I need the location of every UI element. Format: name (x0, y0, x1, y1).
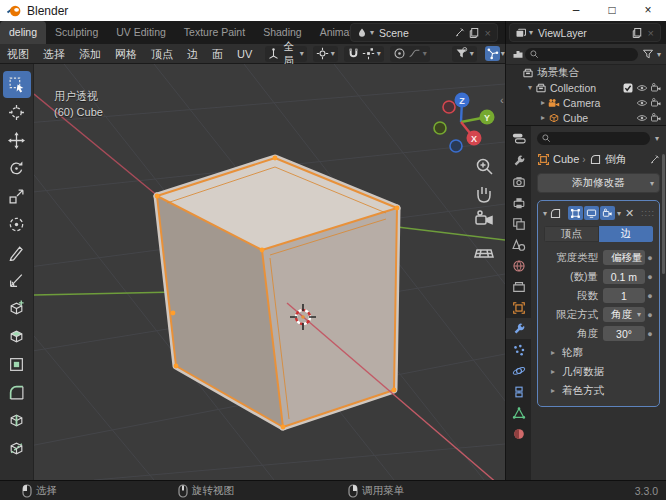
viewport-menu-7[interactable]: UV (230, 44, 259, 64)
viewport-menu-1[interactable]: 选择 (36, 44, 72, 64)
gizmo-toggle-icon[interactable] (485, 46, 500, 61)
value-field[interactable]: 30° (603, 326, 645, 341)
camera-toggle-icon[interactable] (650, 97, 662, 109)
tool-inset-faces[interactable] (3, 351, 31, 378)
render-toggle[interactable] (600, 206, 615, 220)
animate-dot-icon[interactable]: ● (645, 329, 655, 339)
cube-object[interactable] (155, 156, 400, 430)
realtime-toggle[interactable] (584, 206, 599, 220)
snap-controls[interactable]: ▾ (344, 46, 384, 62)
properties-search-input[interactable] (537, 132, 650, 145)
value-field[interactable]: 1 (603, 288, 645, 303)
properties-tab-output[interactable] (506, 192, 531, 213)
editor-type-icon[interactable] (510, 47, 525, 62)
proportional-edit-controls[interactable]: ▾ (390, 46, 430, 62)
properties-tab-modifiers[interactable] (506, 318, 531, 339)
pin-icon[interactable] (452, 25, 467, 40)
pan-hand-icon[interactable] (478, 187, 490, 202)
viewport-menu-4[interactable]: 顶点 (144, 44, 180, 64)
outliner-row-场景集合[interactable]: 场景集合 (506, 65, 666, 80)
workspace-tab-uv-editing[interactable]: UV Editing (107, 21, 175, 44)
add-modifier-button[interactable]: 添加修改器 ▾ (537, 173, 660, 193)
animate-dot-icon[interactable]: ● (645, 291, 655, 301)
extras-menu-icon[interactable]: ▾ (616, 209, 622, 218)
affect-vertices-button[interactable]: 顶点 (544, 226, 599, 242)
orientation-dropdown[interactable]: 全局 ▾ (265, 46, 307, 62)
camera-toggle-icon[interactable] (650, 112, 662, 124)
scrollbar[interactable] (662, 154, 665, 274)
tool-add-cube[interactable] (3, 295, 31, 322)
pin-icon[interactable] (649, 154, 660, 165)
animate-dot-icon[interactable]: ● (645, 272, 655, 282)
delete-modifier-icon[interactable]: ✕ (625, 207, 634, 220)
outliner-row-camera[interactable]: ▸Camera (506, 95, 666, 110)
tool-rotate[interactable] (3, 155, 31, 182)
workspace-tab-deling[interactable]: deling (0, 21, 46, 44)
expander-icon[interactable]: ▸ (538, 113, 548, 122)
visibility-filter-dropdown[interactable]: ▾ (452, 46, 477, 62)
eye-toggle-icon[interactable] (636, 82, 648, 94)
zoom-icon[interactable] (478, 160, 493, 175)
animate-dot-icon[interactable]: ● (645, 310, 655, 320)
properties-tab-material[interactable] (506, 423, 531, 444)
viewport-menu-3[interactable]: 网格 (108, 44, 144, 64)
tool-bevel[interactable] (3, 379, 31, 406)
viewport-menu-5[interactable]: 边 (180, 44, 205, 64)
tool-scale[interactable] (3, 183, 31, 210)
properties-tab-scene[interactable] (506, 234, 531, 255)
properties-tab-particles[interactable] (506, 339, 531, 360)
eye-toggle-icon[interactable] (636, 112, 648, 124)
breadcrumb-modifier[interactable]: 倒角 (605, 152, 627, 167)
properties-tab-render[interactable] (506, 171, 531, 192)
outliner-row-collection[interactable]: ▾Collection (506, 80, 666, 95)
maximize-button[interactable]: □ (594, 0, 630, 21)
remove-icon[interactable]: × (645, 27, 657, 39)
gizmo-z-neg[interactable] (450, 140, 462, 152)
viewport-menu-0[interactable]: 视图 (0, 44, 36, 64)
gizmo-y-neg[interactable] (434, 122, 446, 134)
outliner-search-input[interactable] (525, 48, 638, 61)
viewport-menu-6[interactable]: 面 (205, 44, 230, 64)
properties-tab-constraints[interactable] (506, 381, 531, 402)
tool-loop-cut[interactable] (3, 407, 31, 434)
tool-measure[interactable] (3, 267, 31, 294)
tool-cursor[interactable] (3, 99, 31, 126)
breadcrumb-object[interactable]: Cube (553, 153, 579, 165)
tool-select-box[interactable] (3, 71, 31, 98)
viewport-canvas[interactable]: Z Y X (34, 64, 505, 480)
outliner-item-label[interactable]: 场景集合 (537, 66, 579, 80)
copy-icon[interactable] (630, 25, 645, 40)
animate-dot-icon[interactable]: ● (645, 253, 655, 263)
drag-handle-icon[interactable]: :::: (641, 208, 655, 218)
viewlayer-selector[interactable]: ▾ ViewLayer × (509, 23, 661, 42)
unlink-icon[interactable]: × (482, 27, 494, 39)
minimize-button[interactable]: – (558, 0, 594, 21)
gizmo-x-neg[interactable] (443, 101, 455, 113)
outliner-row-cube[interactable]: ▸Cube (506, 110, 666, 125)
properties-tab-collection[interactable] (506, 276, 531, 297)
navigation-gizmo[interactable]: Z Y X (434, 93, 495, 153)
tool-extrude-region[interactable] (3, 323, 31, 350)
tool-knife[interactable] (3, 435, 31, 462)
properties-tab-object-data[interactable] (506, 402, 531, 423)
eye-toggle-icon[interactable] (636, 97, 648, 109)
editmode-toggle[interactable] (568, 206, 583, 220)
modifier-section-2[interactable]: ▸着色方式 (542, 381, 655, 400)
dropdown-field[interactable]: 角度▾ (603, 307, 645, 322)
ortho-grid-icon[interactable] (475, 250, 493, 257)
checkbox-toggle-icon[interactable] (622, 82, 634, 94)
properties-tab-tool[interactable] (506, 150, 531, 171)
camera-view-icon[interactable] (476, 211, 492, 224)
expander-icon[interactable]: ▾ (525, 83, 535, 92)
scene-selector[interactable]: ▾ Scene × (350, 23, 498, 42)
dropdown-field[interactable]: 偏移量▾ (603, 250, 645, 265)
modifier-section-0[interactable]: ▸轮廓 (542, 343, 655, 362)
filter-icon[interactable] (641, 47, 656, 62)
properties-tab-physics[interactable] (506, 360, 531, 381)
outliner-item-label[interactable]: Camera (563, 97, 600, 109)
close-button[interactable]: × (630, 0, 666, 21)
workspace-tab-sculpting[interactable]: Sculpting (46, 21, 107, 44)
copy-icon[interactable] (467, 25, 482, 40)
modifier-section-1[interactable]: ▸几何数据 (542, 362, 655, 381)
editor-type-button[interactable] (506, 126, 531, 150)
